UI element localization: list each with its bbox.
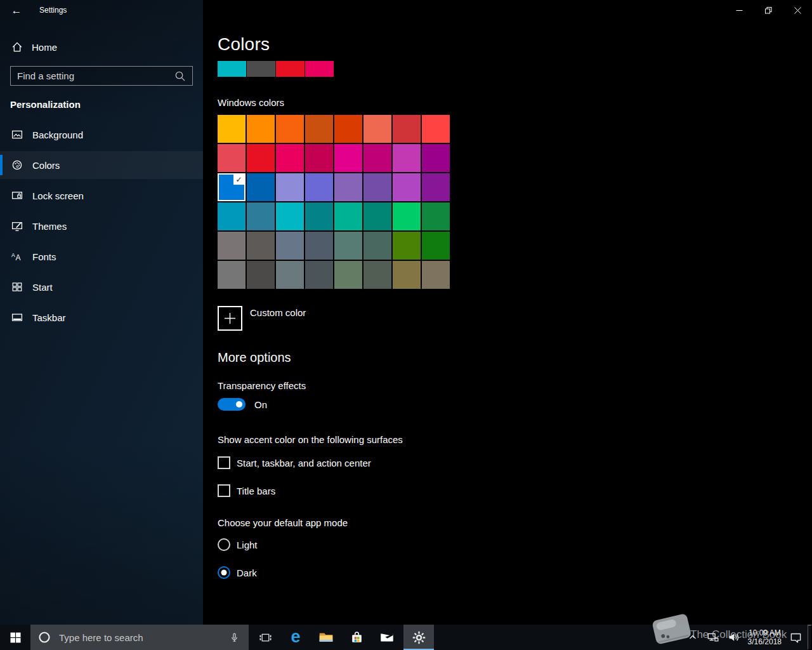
color-tile[interactable] xyxy=(247,232,275,260)
taskbar-search-input[interactable] xyxy=(51,632,228,643)
color-tile[interactable] xyxy=(334,261,362,289)
color-tile[interactable] xyxy=(276,173,304,201)
color-tile[interactable] xyxy=(276,261,304,289)
restore-button[interactable] xyxy=(754,0,783,21)
transparency-toggle[interactable] xyxy=(218,398,246,411)
color-tile[interactable] xyxy=(218,202,246,230)
color-tile[interactable] xyxy=(334,232,362,260)
color-tile[interactable] xyxy=(334,202,362,230)
color-tile[interactable] xyxy=(305,115,333,143)
radio-row-dark[interactable]: Dark xyxy=(218,566,258,580)
clock[interactable]: 10:09 AM 3/16/2018 xyxy=(748,628,782,646)
color-tile[interactable] xyxy=(247,261,275,289)
color-tile[interactable] xyxy=(218,144,246,172)
task-view-button[interactable] xyxy=(250,625,280,650)
checkbox-label: Start, taskbar, and action center xyxy=(237,458,371,468)
color-tile[interactable] xyxy=(276,202,304,230)
color-tile[interactable] xyxy=(218,261,246,289)
radio-button xyxy=(218,566,230,579)
color-tile[interactable] xyxy=(305,232,333,260)
volume-button[interactable] xyxy=(727,630,741,644)
sidebar-item-themes[interactable]: Themes xyxy=(0,212,203,240)
themes-icon xyxy=(11,220,23,232)
color-tile[interactable] xyxy=(393,173,421,201)
color-tile[interactable] xyxy=(422,144,450,172)
color-tile[interactable] xyxy=(334,173,362,201)
radio-label: Dark xyxy=(237,567,257,578)
checkbox-row[interactable]: Title bars xyxy=(218,484,371,497)
color-tile[interactable] xyxy=(363,202,391,230)
recent-color-swatch-3 xyxy=(305,61,334,77)
network-button[interactable] xyxy=(706,630,720,644)
recent-color-swatch-1 xyxy=(247,61,275,77)
settings-sidebar: ← Settings Home Personalization Backgrou… xyxy=(0,0,203,625)
color-tile[interactable] xyxy=(363,173,391,201)
titlebar: ← Settings xyxy=(0,0,203,21)
color-tile[interactable] xyxy=(393,232,421,260)
file-explorer-app-button[interactable] xyxy=(311,625,341,650)
show-desktop-button[interactable] xyxy=(808,625,812,650)
edge-app-button[interactable]: e xyxy=(280,625,311,650)
color-tile[interactable] xyxy=(393,261,421,289)
color-tile[interactable] xyxy=(422,173,450,201)
radio-row-light[interactable]: Light xyxy=(218,538,258,552)
color-tile[interactable] xyxy=(422,202,450,230)
color-tile[interactable] xyxy=(247,144,275,172)
custom-color-button[interactable] xyxy=(218,306,242,331)
color-tile[interactable] xyxy=(305,144,333,172)
page-title: Colors xyxy=(218,34,270,55)
color-tile[interactable] xyxy=(393,202,421,230)
color-tile[interactable] xyxy=(334,115,362,143)
back-button[interactable]: ← xyxy=(4,0,29,21)
color-tile[interactable] xyxy=(363,232,391,260)
color-tile[interactable] xyxy=(422,261,450,289)
color-tile[interactable] xyxy=(422,232,450,260)
mail-app-button[interactable] xyxy=(372,625,402,650)
color-tile[interactable] xyxy=(276,144,304,172)
color-tile[interactable] xyxy=(276,232,304,260)
color-tile[interactable] xyxy=(218,115,246,143)
hidden-icons-button[interactable] xyxy=(686,631,699,644)
checkbox xyxy=(218,456,230,469)
sidebar-item-lock-screen[interactable]: Lock screen xyxy=(0,182,203,209)
microphone-icon[interactable] xyxy=(228,631,241,644)
chevron-up-icon xyxy=(688,632,698,642)
color-tile[interactable] xyxy=(363,115,391,143)
sidebar-item-start[interactable]: Start xyxy=(0,273,203,301)
checkbox-row[interactable]: Start, taskbar, and action center xyxy=(218,456,371,469)
color-tile[interactable] xyxy=(334,144,362,172)
search-input[interactable] xyxy=(11,70,174,81)
start-button[interactable] xyxy=(0,625,30,650)
color-tile-selected[interactable] xyxy=(218,173,246,201)
microsoft-store-app-button[interactable] xyxy=(341,625,372,650)
color-tile[interactable] xyxy=(393,115,421,143)
color-tile[interactable] xyxy=(218,232,246,260)
sidebar-item-colors[interactable]: Colors xyxy=(0,151,203,179)
home-icon xyxy=(11,41,23,53)
color-tile[interactable] xyxy=(393,144,421,172)
settings-app-button[interactable] xyxy=(403,625,434,650)
color-tile[interactable] xyxy=(305,202,333,230)
color-tile[interactable] xyxy=(276,115,304,143)
color-tile[interactable] xyxy=(247,115,275,143)
color-tile[interactable] xyxy=(305,173,333,201)
close-button[interactable] xyxy=(783,0,812,21)
sidebar-item-home[interactable]: Home xyxy=(0,37,203,57)
accent-surfaces-options: Start, taskbar, and action center Title … xyxy=(218,456,371,512)
color-tile[interactable] xyxy=(363,261,391,289)
color-tile[interactable] xyxy=(305,261,333,289)
color-tile[interactable] xyxy=(247,173,275,201)
recent-color-swatch-2 xyxy=(276,61,304,77)
sidebar-item-taskbar[interactable]: Taskbar xyxy=(0,303,203,331)
sidebar-item-fonts[interactable]: Fonts xyxy=(0,242,203,270)
color-tile[interactable] xyxy=(363,144,391,172)
mail-envelope-icon xyxy=(379,629,395,646)
action-center-button[interactable] xyxy=(789,630,803,645)
color-tile[interactable] xyxy=(422,115,450,143)
sidebar-item-label: Start xyxy=(32,282,53,293)
minimize-icon xyxy=(736,7,743,14)
minimize-button[interactable] xyxy=(724,0,754,21)
toggle-knob xyxy=(236,401,242,408)
color-tile[interactable] xyxy=(247,202,275,230)
sidebar-item-background[interactable]: Background xyxy=(0,121,203,149)
